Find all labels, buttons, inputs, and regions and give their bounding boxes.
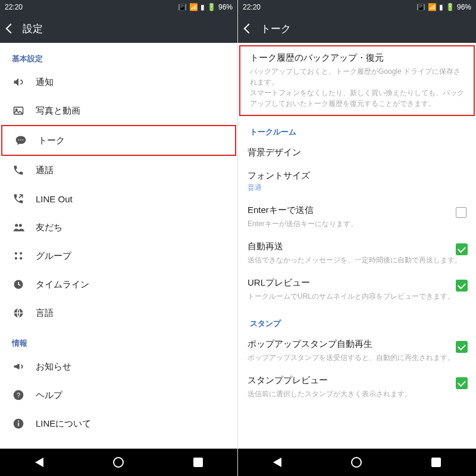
nav-recent-icon[interactable]: [431, 458, 441, 467]
status-bar: 22:20 📳 📶 ▮ 🔋 96%: [238, 0, 476, 14]
svg-text:?: ?: [17, 392, 20, 399]
svg-rect-16: [18, 422, 19, 426]
svg-point-6: [19, 224, 22, 227]
vibrate-icon: 📳: [178, 3, 187, 11]
settings-label: 言語: [36, 308, 54, 319]
settings-label: 友だち: [36, 222, 62, 233]
settings-row-globe[interactable]: 言語: [0, 299, 237, 327]
wifi-icon: 📶: [189, 3, 198, 11]
vibrate-icon: 📳: [416, 3, 425, 11]
settings-label: 通知: [36, 77, 54, 88]
signal-icon: ▮: [201, 3, 205, 11]
globe-icon: [12, 307, 25, 319]
info-row-megaphone[interactable]: お知らせ: [0, 352, 237, 381]
header: 設定: [0, 14, 237, 43]
battery-icon: 🔋: [207, 3, 216, 11]
status-icons: 📳 📶 ▮ 🔋 96%: [416, 3, 471, 11]
font-size-row[interactable]: フォントサイズ 普通: [238, 164, 476, 199]
settings-label: LINE Out: [36, 194, 73, 204]
info-icon: [12, 418, 25, 430]
status-time: 22:20: [243, 3, 261, 11]
settings-row-grid[interactable]: グループ: [0, 242, 237, 270]
phone-icon: [12, 164, 25, 176]
popup-stamp-checkbox[interactable]: [456, 341, 468, 353]
status-bar: 22:20 📳 📶 ▮ 🔋 96%: [0, 0, 237, 14]
nav-back-icon[interactable]: [273, 458, 281, 467]
enter-send-row[interactable]: Enterキーで送信 Enterキーが送信キーになります。: [238, 199, 476, 235]
signal-icon: ▮: [439, 3, 443, 11]
info-row-help[interactable]: ?ヘルプ: [0, 381, 237, 409]
stamp-preview-checkbox[interactable]: [456, 377, 468, 389]
backup-desc: バックアップしておくと、トーク履歴がGoogle ドライブに保存されます。 スマ…: [250, 66, 464, 109]
clock-icon: [12, 278, 25, 290]
svg-point-9: [15, 257, 17, 259]
font-size-value: 普通: [248, 183, 466, 193]
backup-restore-row[interactable]: トーク履歴のバックアップ・復元 バックアップしておくと、トーク履歴がGoogle…: [239, 45, 475, 116]
settings-label: トーク: [38, 135, 65, 146]
auto-resend-row[interactable]: 自動再送 送信できなかったメッセージを、一定時間後に自動で再送します。: [238, 235, 476, 271]
android-navbar: [0, 449, 237, 476]
megaphone-icon: [12, 361, 25, 372]
phone-out-icon: [12, 193, 25, 205]
battery-pct: 96%: [218, 3, 233, 11]
grid-icon: [12, 250, 25, 262]
settings-row-friends[interactable]: 友だち: [0, 213, 237, 242]
info-label: ヘルプ: [36, 390, 62, 401]
svg-point-7: [15, 252, 17, 255]
battery-pct: 96%: [457, 3, 471, 11]
settings-row-clock[interactable]: タイムライン: [0, 270, 237, 299]
android-navbar: [238, 449, 476, 476]
status-icons: 📳 📶 ▮ 🔋 96%: [178, 3, 233, 11]
settings-pane: 22:20 📳 📶 ▮ 🔋 96% 設定 基本設定 通知写真と動画トーク通話LI…: [0, 0, 238, 476]
nav-back-icon[interactable]: [35, 458, 43, 467]
friends-icon: [12, 221, 25, 233]
section-info: 情報: [0, 327, 237, 352]
info-row-info[interactable]: LINEについて: [0, 409, 237, 438]
background-design-row[interactable]: 背景デザイン: [238, 141, 476, 164]
volume-icon: [12, 76, 25, 88]
svg-point-10: [20, 257, 22, 259]
svg-point-8: [20, 252, 22, 255]
svg-point-4: [23, 139, 24, 140]
settings-label: タイムライン: [36, 279, 89, 290]
enter-send-checkbox[interactable]: [456, 207, 468, 219]
help-icon: ?: [12, 389, 25, 401]
auto-resend-checkbox[interactable]: [456, 243, 468, 255]
battery-icon: 🔋: [446, 3, 455, 11]
back-icon[interactable]: [6, 24, 16, 34]
section-talkroom: トークルーム: [238, 116, 476, 141]
settings-label: グループ: [36, 250, 71, 262]
info-label: LINEについて: [36, 418, 91, 430]
section-basic: 基本設定: [0, 43, 237, 68]
backup-title: トーク履歴のバックアップ・復元: [250, 52, 464, 64]
page-title: 設定: [23, 22, 43, 36]
section-stamp: スタンプ: [238, 308, 476, 333]
info-label: お知らせ: [36, 361, 71, 372]
stamp-preview-row[interactable]: スタンププレビュー 送信前に選択したスタンプが大きく表示されます。: [238, 369, 476, 405]
settings-row-chat[interactable]: トーク: [1, 125, 236, 156]
popup-stamp-row[interactable]: ポップアップスタンプ自動再生 ポップアップスタンプを送受信すると、自動的に再生さ…: [238, 333, 476, 369]
svg-point-3: [20, 139, 21, 140]
nav-recent-icon[interactable]: [193, 458, 203, 467]
nav-home-icon[interactable]: [113, 457, 124, 468]
picture-icon: [12, 105, 25, 117]
wifi-icon: 📶: [428, 3, 437, 11]
settings-row-picture[interactable]: 写真と動画: [0, 96, 237, 125]
settings-row-volume[interactable]: 通知: [0, 68, 237, 96]
header: トーク: [238, 14, 476, 43]
back-icon[interactable]: [244, 24, 254, 34]
nav-home-icon[interactable]: [351, 457, 362, 468]
svg-point-2: [18, 139, 20, 140]
settings-label: 写真と動画: [36, 105, 80, 117]
status-time: 22:20: [5, 3, 23, 11]
talk-settings-pane: 22:20 📳 📶 ▮ 🔋 96% トーク トーク履歴のバックアップ・復元 バッ…: [238, 0, 476, 476]
svg-point-5: [15, 224, 18, 227]
settings-label: 通話: [36, 165, 54, 176]
chat-icon: [14, 134, 27, 146]
url-preview-checkbox[interactable]: [456, 280, 468, 292]
url-preview-row[interactable]: URLプレビュー トークルームでURLのサムネイルと内容をプレビューできます。: [238, 271, 476, 308]
settings-row-phone[interactable]: 通話: [0, 156, 237, 184]
page-title: トーク: [261, 22, 291, 36]
svg-point-17: [18, 421, 19, 422]
settings-row-phone-out[interactable]: LINE Out: [0, 184, 237, 213]
